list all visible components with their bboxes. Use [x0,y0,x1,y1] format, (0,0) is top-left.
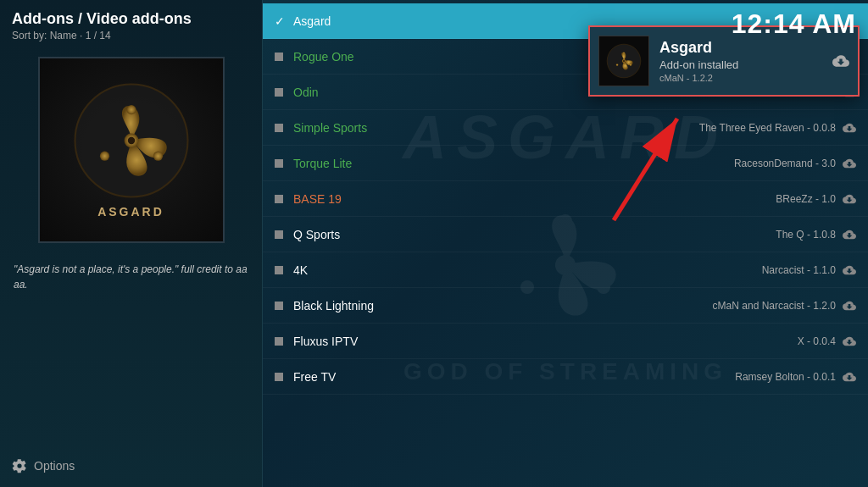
addon-meta: The Q - 1.0.8 [776,229,836,241]
addon-name: Torque Lite [293,157,734,170]
gear-icon [12,458,27,473]
addon-name: Black Lightning [293,299,713,313]
popup-info: Asgard Add-on installed cMaN - 1.2.2 [659,39,832,83]
addon-row[interactable]: BASE 19BReeZz - 1.0 [263,181,868,217]
bullet-icon [275,88,283,97]
svg-point-12 [623,60,625,62]
svg-point-13 [623,52,626,54]
download-icon [843,335,856,348]
check-icon: ✓ [275,14,285,28]
addon-row[interactable]: 4KNarcacist - 1.1.0 [263,252,868,288]
download-icon [843,299,856,313]
svg-point-15 [616,64,619,66]
popup-meta: cMaN - 1.2.2 [659,73,832,83]
addon-name: BASE 19 [293,192,776,206]
bullet-icon [275,230,283,239]
addon-name: Simple Sports [293,121,699,135]
addon-row[interactable]: Q SportsThe Q - 1.0.8 [263,217,868,252]
svg-point-3 [126,105,136,114]
addon-meta: X - 0.0.4 [798,335,836,347]
sidebar: Add-ons / Video add-ons Sort by: Name · … [0,0,263,487]
addon-meta: The Three Eyed Raven - 0.0.8 [699,122,836,134]
svg-point-5 [99,152,108,161]
breadcrumb: Add-ons / Video add-ons [12,10,250,28]
clock: 12:14 AM [732,8,856,40]
download-icon [843,263,856,277]
svg-point-2 [127,137,134,144]
addon-name: Q Sports [293,228,776,241]
bullet-icon [275,337,283,346]
breadcrumb-area: Add-ons / Video add-ons Sort by: Name · … [0,10,262,47]
addon-row[interactable]: Fluxus IPTVX - 0.0.4 [263,324,868,359]
addon-name: Free TV [293,370,735,384]
addon-row[interactable]: Simple SportsThe Three Eyed Raven - 0.0.… [263,110,868,146]
popup-status: Add-on installed [659,58,832,71]
addon-meta: BReeZz - 1.0 [776,193,836,205]
bullet-icon [275,124,283,132]
addon-image: ASGARD [38,57,225,243]
addon-name: 4K [293,263,762,277]
popup-thumb [598,36,649,86]
download-icon [843,370,856,384]
addon-meta: cMaN and Narcacist - 1.2.0 [713,300,836,312]
sort-info: Sort by: Name · 1 / 14 [12,30,250,42]
addon-row[interactable]: Black LightningcMaN and Narcacist - 1.2.… [263,288,868,324]
addon-meta: RacesonDemand - 3.0 [734,158,836,169]
bullet-icon [275,302,283,310]
options-button[interactable]: Options [12,458,75,473]
popup-cloud-icon [832,53,849,69]
addon-description: "Asgard is not a place, it's a people." … [0,253,262,301]
addon-meta: Ramsey Bolton - 0.0.1 [735,371,836,383]
addon-row[interactable]: Free TVRamsey Bolton - 0.0.1 [263,359,868,395]
download-icon [843,228,856,241]
download-icon [843,192,856,206]
addon-image-inner: ASGARD [40,58,223,241]
popup-addon-icon [605,42,643,80]
bullet-icon [275,266,283,274]
bullet-icon [275,159,283,168]
download-icon [843,121,856,135]
addon-row[interactable]: Torque LiteRacesonDemand - 3.0 [263,146,868,181]
svg-point-14 [630,64,632,66]
addon-name: Fluxus IPTV [293,335,798,348]
download-icon [843,157,856,170]
svg-point-4 [153,152,162,161]
bullet-icon [275,373,283,381]
options-label: Options [34,459,75,473]
bullet-icon [275,195,283,203]
main-content: ASGARD GOD OF STREAMING ✓AsgardRogue One… [263,0,868,487]
triskelion-icon [72,81,191,200]
bullet-icon [275,53,283,61]
popup-title: Asgard [659,39,832,57]
addon-label: ASGARD [97,205,164,219]
addon-meta: Narcacist - 1.1.0 [762,264,836,276]
